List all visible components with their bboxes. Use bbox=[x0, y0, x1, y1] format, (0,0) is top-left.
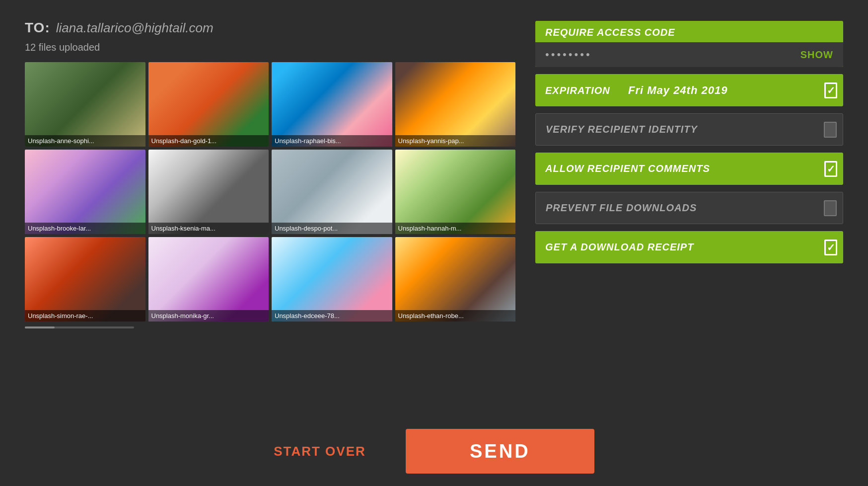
image-cell-1: Unsplash-anne-sophi... bbox=[25, 62, 145, 147]
prevent-downloads-label: PREVENT FILE DOWNLOADS bbox=[536, 202, 818, 214]
image-label: Unsplash-ethan-robe... bbox=[395, 310, 516, 322]
image-cell-12: Unsplash-ethan-robe... bbox=[395, 237, 516, 322]
image-grid: Unsplash-anne-sophi...Unsplash-dan-gold-… bbox=[25, 62, 515, 322]
verify-identity-checkbox[interactable] bbox=[824, 122, 837, 138]
download-receipt-option: GET A DOWNLOAD RECEIPT bbox=[535, 231, 843, 263]
image-label: Unsplash-despo-pot... bbox=[272, 223, 392, 234]
image-cell-8: Unsplash-hannah-m... bbox=[395, 150, 516, 234]
access-code-label-row: REQUIRE ACCESS CODE bbox=[535, 21, 843, 42]
image-cell-11: Unsplash-edceee-78... bbox=[272, 237, 392, 322]
image-cell-9: Unsplash-simon-rae-... bbox=[25, 237, 145, 322]
image-cell-7: Unsplash-despo-pot... bbox=[272, 150, 392, 234]
image-label: Unsplash-edceee-78... bbox=[272, 310, 392, 322]
allow-comments-checkbox-wrap bbox=[818, 153, 843, 185]
to-row: TO: liana.tallarico@hightail.com bbox=[25, 20, 515, 36]
verify-identity-option: VERIFY RECIPIENT IDENTITY bbox=[535, 113, 843, 146]
right-panel: REQUIRE ACCESS CODE •••••••• SHOW EXPIRA… bbox=[535, 20, 843, 406]
send-button[interactable]: SEND bbox=[406, 429, 594, 474]
prevent-downloads-checkbox[interactable] bbox=[824, 200, 837, 216]
prevent-downloads-option: PREVENT FILE DOWNLOADS bbox=[535, 192, 843, 224]
image-label: Unsplash-monika-gr... bbox=[148, 310, 269, 322]
expiration-checkbox-wrap bbox=[818, 74, 843, 106]
access-code-option: REQUIRE ACCESS CODE •••••••• SHOW bbox=[535, 21, 843, 67]
bottom-bar: START OVER SEND bbox=[0, 416, 868, 486]
image-label: Unsplash-hannah-m... bbox=[395, 223, 516, 234]
image-cell-5: Unsplash-brooke-lar... bbox=[25, 150, 145, 234]
verify-identity-label: VERIFY RECIPIENT IDENTITY bbox=[536, 124, 818, 135]
image-cell-10: Unsplash-monika-gr... bbox=[148, 237, 269, 322]
expiration-checkbox[interactable] bbox=[824, 82, 837, 98]
download-receipt-checkbox[interactable] bbox=[824, 240, 837, 255]
expiration-date: Fri May 24th 2019 bbox=[623, 84, 732, 96]
image-label: Unsplash-raphael-bis... bbox=[272, 135, 392, 147]
image-cell-6: Unsplash-ksenia-ma... bbox=[148, 150, 269, 234]
image-label: Unsplash-simon-rae-... bbox=[25, 310, 145, 322]
allow-comments-label: ALLOW RECIPIENT COMMENTS bbox=[535, 163, 818, 174]
left-panel: TO: liana.tallarico@hightail.com 12 file… bbox=[25, 20, 515, 406]
scroll-indicator bbox=[25, 326, 134, 328]
allow-comments-checkbox[interactable] bbox=[824, 161, 837, 177]
files-count: 12 files uploaded bbox=[25, 42, 515, 53]
image-label: Unsplash-ksenia-ma... bbox=[148, 223, 269, 234]
expiration-option: EXPIRATION Fri May 24th 2019 bbox=[535, 74, 843, 106]
image-label: Unsplash-brooke-lar... bbox=[25, 223, 145, 234]
image-cell-3: Unsplash-raphael-bis... bbox=[272, 62, 392, 147]
image-label: Unsplash-anne-sophi... bbox=[25, 135, 145, 147]
image-label: Unsplash-dan-gold-1... bbox=[148, 135, 269, 147]
scroll-thumb bbox=[25, 326, 55, 328]
image-label: Unsplash-yannis-pap... bbox=[395, 135, 516, 147]
show-access-code-button[interactable]: SHOW bbox=[800, 49, 833, 61]
expiration-label: EXPIRATION Fri May 24th 2019 bbox=[535, 84, 818, 97]
access-code-input-row: •••••••• SHOW bbox=[535, 42, 843, 67]
prevent-downloads-checkbox-wrap bbox=[818, 192, 843, 224]
image-cell-4: Unsplash-yannis-pap... bbox=[395, 62, 516, 147]
download-receipt-label: GET A DOWNLOAD RECEIPT bbox=[535, 242, 818, 253]
verify-identity-checkbox-wrap bbox=[818, 114, 843, 145]
access-code-label: REQUIRE ACCESS CODE bbox=[545, 27, 675, 38]
download-receipt-checkbox-wrap bbox=[818, 231, 843, 263]
access-code-dots: •••••••• bbox=[545, 48, 592, 61]
allow-comments-option: ALLOW RECIPIENT COMMENTS bbox=[535, 153, 843, 185]
image-cell-2: Unsplash-dan-gold-1... bbox=[148, 62, 269, 147]
recipient-email: liana.tallarico@hightail.com bbox=[56, 20, 214, 36]
to-label: TO: bbox=[25, 20, 50, 36]
start-over-button[interactable]: START OVER bbox=[274, 444, 366, 459]
